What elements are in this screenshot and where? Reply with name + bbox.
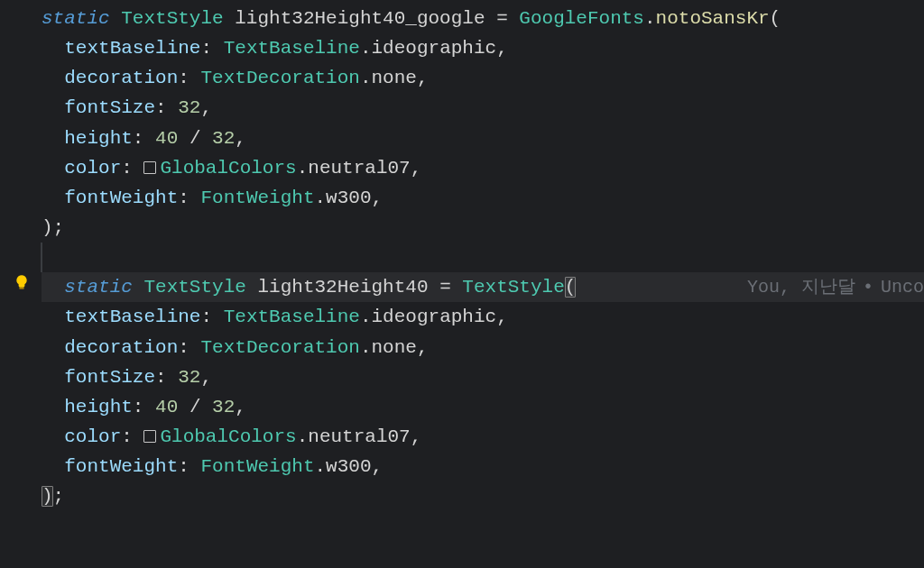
arg-fontweight: fontWeight [64,456,178,477]
arg-fontweight: fontWeight [64,188,178,208]
method-notosanskr: notoSansKr [656,8,770,29]
class-textstyle: TextStyle [462,277,564,298]
arg-decoration: decoration [64,337,178,358]
type-textstyle: TextStyle [143,277,245,298]
bracket-open: ( [565,277,577,298]
git-blame-annotation: You, 지난달•Unco [747,272,924,302]
code-line[interactable]: fontWeight: FontWeight.w300, [42,183,924,213]
color-swatch-icon [143,430,156,443]
code-line[interactable]: fontSize: 32, [42,93,924,123]
arg-color: color [64,158,121,179]
code-line-current[interactable]: static TextStyle light32Height40 = TextS… [42,272,924,302]
lightbulb-icon[interactable] [13,273,31,291]
variable-name: light32Height40_google [235,8,485,29]
arg-height: height [64,397,133,417]
arg-textbaseline: textBaseline [64,307,200,327]
bracket-close: ) [42,486,53,507]
code-line[interactable]: color: GlobalColors.neutral07, [42,422,924,452]
code-line[interactable]: static TextStyle light32Height40_google … [42,4,924,33]
code-line[interactable]: decoration: TextDecoration.none, [42,63,924,93]
variable-name: light32Height40 [257,277,428,298]
code-editor[interactable]: static TextStyle light32Height40_google … [42,4,924,511]
arg-decoration: decoration [64,68,178,88]
arg-color: color [64,426,121,447]
svg-rect-0 [19,288,24,289]
code-line[interactable]: color: GlobalColors.neutral07, [42,153,924,183]
code-line[interactable]: ); [42,481,924,511]
color-swatch-icon [143,161,156,174]
code-line[interactable]: textBaseline: TextBaseline.ideographic, [42,302,924,332]
keyword-static: static [64,277,133,298]
code-line[interactable]: fontSize: 32, [42,362,924,392]
code-line[interactable]: decoration: TextDecoration.none, [42,333,924,362]
code-line-empty[interactable] [42,243,924,272]
arg-fontsize: fontSize [64,97,155,118]
arg-textbaseline: textBaseline [64,38,200,59]
arg-fontsize: fontSize [64,367,155,388]
code-line[interactable]: height: 40 / 32, [42,392,924,422]
type-textstyle: TextStyle [121,8,223,29]
code-line[interactable]: fontWeight: FontWeight.w300, [42,452,924,481]
arg-height: height [64,128,133,149]
code-line[interactable]: ); [42,213,924,243]
keyword-static: static [42,8,110,29]
code-line[interactable]: textBaseline: TextBaseline.ideographic, [42,33,924,63]
code-line[interactable]: height: 40 / 32, [42,124,924,153]
editor-gutter [0,0,42,568]
class-googlefonts: GoogleFonts [519,8,644,29]
